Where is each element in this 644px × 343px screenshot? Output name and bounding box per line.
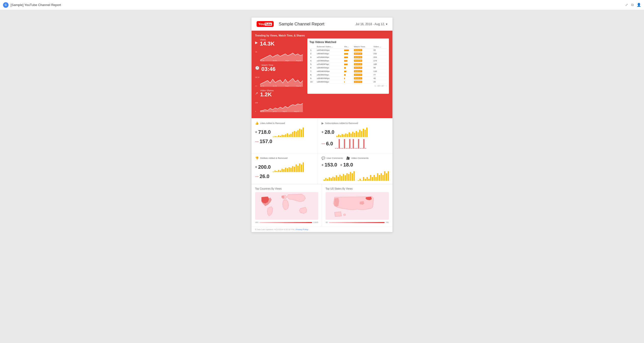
prev-page-button[interactable]: ‹ xyxy=(385,85,385,87)
states-map-cell: Top US States By Views xyxy=(322,184,392,227)
shares-value: 1.2K xyxy=(260,92,274,97)
next-page-button[interactable]: › xyxy=(386,85,387,87)
likes-cell: 👍 Likes Added & Removed + 718.0 — 157.0 xyxy=(252,118,318,153)
subs-added-value: 28.0 xyxy=(325,129,334,135)
bar-item xyxy=(351,148,352,149)
states-legend-bar xyxy=(329,222,385,223)
date-range-chevron: ▾ xyxy=(386,22,387,26)
top-videos-panel: Top Videos Watched External Video ... Vi… xyxy=(307,38,389,94)
minus-sign-dislikes: — xyxy=(255,175,259,179)
top-videos-title: Top Videos Watched xyxy=(309,40,387,44)
page-wrapper: YouTube Sample Channel Report Jul 16, 20… xyxy=(0,10,644,240)
user-icon[interactable]: 👤 xyxy=(637,3,641,7)
bar-item xyxy=(353,139,354,149)
bar-item xyxy=(280,136,281,137)
svg-text:Aug 10: Aug 10 xyxy=(294,111,299,112)
bar-item xyxy=(354,133,355,137)
bar-item xyxy=(363,177,364,181)
svg-text:Jul 16: Jul 16 xyxy=(260,85,264,87)
top-bar: G [Sample] YouTube Channel Report ⤢ ⧉ 👤 xyxy=(0,0,644,10)
likes-removed-value: 157.0 xyxy=(260,139,272,144)
bar-item xyxy=(342,148,343,149)
bar-item xyxy=(374,175,375,181)
svg-text:Jul 26: Jul 26 xyxy=(273,85,277,87)
bar-item xyxy=(359,130,360,137)
copy-icon[interactable]: ⧉ xyxy=(631,3,634,7)
trending-label: Trending by Views, Watch Time, & Shares xyxy=(255,34,389,37)
yt-you-label: You xyxy=(258,22,264,26)
top-bar-actions: ⤢ ⧉ 👤 xyxy=(625,3,641,7)
video-comments-added-row: + 18.0 xyxy=(340,162,353,168)
svg-text:Jul 21: Jul 21 xyxy=(273,111,277,112)
bar-item xyxy=(382,175,384,181)
bar-item xyxy=(283,135,285,137)
yt-tube-label: Tube xyxy=(265,23,272,26)
bar-item xyxy=(289,135,290,137)
countries-legend-bar xyxy=(259,222,312,223)
views-value: 14.3K xyxy=(260,41,275,47)
states-min: 32 xyxy=(326,221,328,224)
share-icon: ↗ xyxy=(255,91,258,95)
bar-item xyxy=(370,175,371,181)
bar-item xyxy=(294,167,295,172)
report-container: YouTube Sample Channel Report Jul 16, 20… xyxy=(252,18,392,232)
top-videos-table: External Video ... Vie... Watch Time Vid… xyxy=(309,45,387,84)
svg-text:200: 200 xyxy=(255,102,258,104)
svg-text:Aug 10: Aug 10 xyxy=(296,85,301,87)
bar-item xyxy=(347,148,349,149)
countries-title: Top Countries By Views xyxy=(255,187,318,190)
table-row: 5. uZS48XlPhpc 00:03:26 185 xyxy=(309,63,387,66)
table-row: 10. uZA48XlSkpc 00:03:53 20 xyxy=(309,80,387,84)
user-comments-value: 153.0 xyxy=(325,162,337,168)
svg-text:1K: 1K xyxy=(255,51,257,53)
dislikes-title: Dislikes Added & Removed xyxy=(260,157,288,159)
world-map xyxy=(255,192,318,220)
data-updated-text: Data Last Updated: 8/13/2018 9:55:32 PM xyxy=(256,228,294,231)
states-legend: 32 781 xyxy=(326,221,389,224)
bar-item xyxy=(381,173,382,181)
table-row: 4. uZS48XlAhpc 00:02:59 174 xyxy=(309,59,387,63)
comments-cell: 💬 User Comments 🎥 Video Comments + 153.0 xyxy=(318,153,392,184)
svg-text:0: 0 xyxy=(255,111,256,112)
shares-chart: 200 0 Jul 16 Jul 21 Aug 5 Aug 10 xyxy=(255,101,305,112)
bar-item xyxy=(359,179,361,181)
bar-item xyxy=(296,132,297,137)
bar-item xyxy=(347,134,348,137)
bar-item xyxy=(363,129,364,137)
table-row: 1. uW548XlShpc 00:01:51 95 xyxy=(309,49,387,52)
comments-charts xyxy=(321,171,389,181)
user-comments-chart xyxy=(324,171,355,181)
subscriptions-title: Subscriptions Added & Removed xyxy=(325,122,358,124)
expand-icon[interactable]: ⤢ xyxy=(625,3,628,7)
watch-time-chart: 08:30 0:0 Jul 16 Jul 26 Aug 5 Aug 10 xyxy=(255,75,305,87)
svg-text:0:0: 0:0 xyxy=(255,85,257,87)
video-comments-label: Video Comments xyxy=(351,157,369,159)
table-row: 3. uZS48AlShpc 00:03:53 203 xyxy=(309,56,387,59)
bar-item xyxy=(336,175,337,181)
date-range-picker[interactable]: Jul 16, 2018 - Aug 12, ▾ xyxy=(355,22,387,26)
views-label: Views xyxy=(260,38,275,41)
bar-item xyxy=(377,173,378,181)
bar-item xyxy=(276,136,277,137)
bar-item xyxy=(327,179,328,181)
countries-min: 181 xyxy=(255,221,258,224)
bar-item xyxy=(290,168,292,172)
table-row: 8. u9S48SlShpc 00:03:29 77 xyxy=(309,73,387,77)
bar-item xyxy=(299,129,300,137)
bar-item xyxy=(297,130,299,137)
stats-grid: 👍 Likes Added & Removed + 718.0 — 157.0 … xyxy=(252,118,392,184)
bar-item xyxy=(342,134,343,137)
shares-label: Video Shares xyxy=(260,89,274,92)
bar-item xyxy=(281,135,283,137)
bar-item xyxy=(338,177,339,181)
bar-item xyxy=(358,139,359,149)
likes-title: Likes Added & Removed xyxy=(260,122,285,124)
subs-added-row: + 28.0 xyxy=(321,127,389,137)
bar-item xyxy=(363,139,365,149)
bar-item xyxy=(325,178,327,181)
privacy-link[interactable]: Privacy Policy xyxy=(296,228,308,231)
report-title: Sample Channel Report xyxy=(279,22,324,27)
svg-text:Aug 10: Aug 10 xyxy=(296,60,301,61)
bar-item xyxy=(365,130,366,137)
bar-item xyxy=(276,171,277,172)
